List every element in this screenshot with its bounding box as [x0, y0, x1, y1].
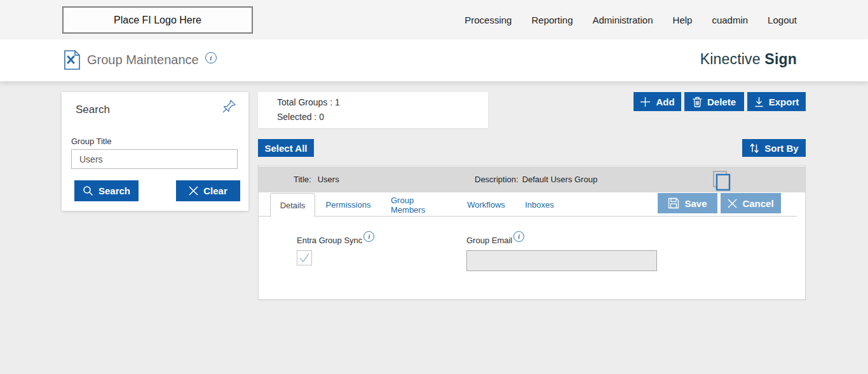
entra-group-sync-checkbox[interactable] — [297, 250, 312, 265]
group-description-field-label: Description: — [475, 175, 519, 184]
pin-icon[interactable] — [220, 98, 237, 115]
sort-arrows-icon — [749, 143, 759, 154]
top-navigation: Processing Reporting Administration Help… — [465, 0, 868, 39]
entra-group-sync-label: Entra Group Sync i — [297, 236, 374, 246]
group-detail-panel: Title: Users Description: Default Users … — [258, 165, 806, 300]
cancel-button[interactable]: Cancel — [721, 193, 781, 213]
group-description-value: Default Users Group — [522, 175, 598, 184]
brand-name: Kinective — [700, 51, 761, 67]
page-title: Group Maintenance — [87, 53, 199, 67]
nav-help[interactable]: Help — [673, 15, 693, 25]
delete-button[interactable]: Delete — [684, 92, 744, 111]
nav-reporting[interactable]: Reporting — [531, 15, 573, 25]
group-email-input[interactable] — [466, 250, 657, 271]
check-icon — [299, 253, 310, 263]
plus-icon — [640, 97, 651, 107]
tab-inboxes[interactable]: Inboxes — [525, 193, 554, 217]
group-title-input[interactable] — [71, 149, 238, 169]
close-icon — [189, 186, 198, 196]
nav-processing[interactable]: Processing — [465, 15, 512, 25]
page-info-icon[interactable]: i — [205, 52, 217, 63]
fi-logo-text: Place FI Logo Here — [114, 15, 201, 26]
group-maintenance-page-icon — [64, 50, 81, 70]
group-email-label: Group Email i — [466, 236, 524, 246]
search-panel-title: Search — [76, 104, 110, 116]
trash-icon — [693, 97, 702, 107]
page-header: Group Maintenance i Kinective Sign — [0, 39, 868, 81]
group-title-field-label: Title: — [294, 175, 311, 184]
page: Place FI Logo Here Processing Reporting … — [0, 0, 868, 374]
top-bar: Place FI Logo Here Processing Reporting … — [0, 0, 868, 39]
entra-group-sync-info-icon[interactable]: i — [363, 231, 374, 242]
selected-count: Selected : 0 — [277, 112, 324, 122]
export-button[interactable]: Export — [747, 92, 806, 111]
tab-workflows[interactable]: Workflows — [467, 193, 505, 217]
add-button[interactable]: Add — [634, 92, 681, 111]
nav-administration[interactable]: Administration — [593, 15, 653, 25]
clear-button[interactable]: Clear — [176, 180, 240, 201]
group-row[interactable]: Title: Users Description: Default Users … — [259, 166, 805, 192]
group-title-label: Group Title — [71, 137, 112, 146]
fi-logo-placeholder: Place FI Logo Here — [62, 6, 253, 34]
brand-logo: Kinective Sign — [700, 51, 797, 68]
tab-details[interactable]: Details — [270, 193, 315, 217]
search-panel: Search Group Title Search Clear — [62, 92, 248, 211]
copy-group-icon[interactable] — [711, 170, 731, 191]
groups-summary: Total Groups : 1 Selected : 0 — [258, 92, 488, 128]
select-all-button[interactable]: Select All — [258, 139, 314, 157]
tab-group-members[interactable]: Group Members — [391, 193, 447, 217]
search-button[interactable]: Search — [74, 180, 139, 201]
nav-user-cuadmin[interactable]: cuadmin — [712, 15, 748, 25]
nav-logout[interactable]: Logout — [768, 15, 797, 25]
save-button[interactable]: Save — [658, 193, 717, 213]
sort-by-button[interactable]: Sort By — [742, 139, 806, 157]
brand-product: Sign — [764, 51, 797, 67]
total-groups-count: Total Groups : 1 — [277, 97, 340, 107]
download-icon — [754, 97, 764, 107]
tab-permissions[interactable]: Permissions — [327, 193, 370, 217]
group-title-value: Users — [318, 175, 339, 184]
search-icon — [83, 185, 93, 196]
group-email-info-icon[interactable]: i — [513, 231, 524, 242]
close-icon — [728, 199, 737, 208]
save-disk-icon — [668, 197, 679, 209]
